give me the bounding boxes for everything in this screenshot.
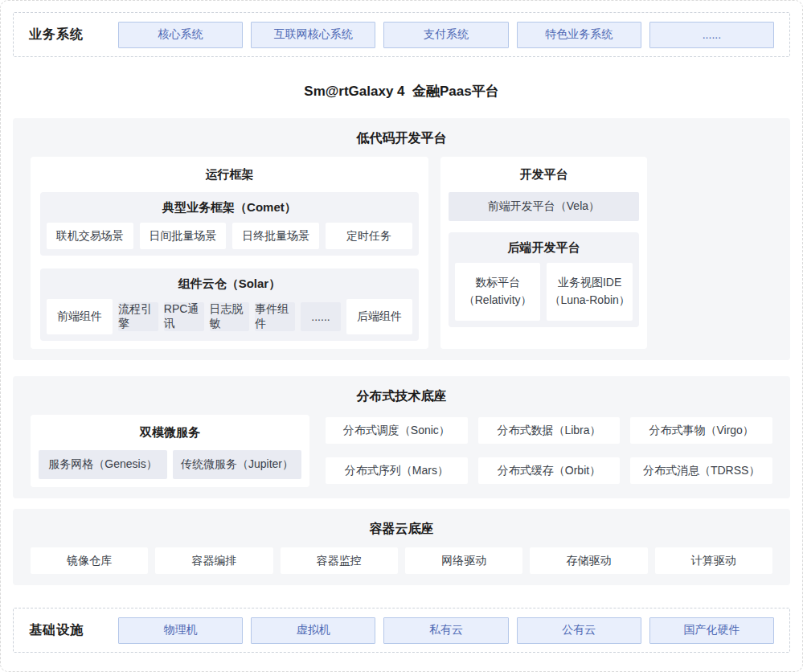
block-orbit-cache: 分布式缓存（Orbit） xyxy=(478,457,621,484)
block-log-masking: 日志脱敏 xyxy=(210,302,250,331)
block-virtual-machine: 虚拟机 xyxy=(251,617,375,644)
distributed-base-title: 分布式技术底座 xyxy=(31,376,772,415)
dev-platform-box: 开发平台 前端开发平台（Vela） 后端开发平台 数标平台 （Relativit… xyxy=(440,157,647,349)
block-container-monitoring: 容器监控 xyxy=(281,547,398,574)
block-genesis-service-mesh: 服务网格（Genesis） xyxy=(39,450,167,479)
block-more-components: ...... xyxy=(301,302,341,331)
comet-framework-box: 典型业务框架（Comet） 联机交易场景 日间批量场景 日终批量场景 定时任务 xyxy=(40,192,419,256)
infrastructure-row: 基础设施 物理机 虚拟机 私有云 公有云 国产化硬件 xyxy=(13,608,790,653)
block-compute-driver: 计算驱动 xyxy=(655,547,772,574)
relativity-line2: （Relativity） xyxy=(464,292,532,309)
block-container-orchestration: 容器编排 xyxy=(155,547,272,574)
solar-component-box: 组件云仓（Solar） 前端组件 流程引擎 RPC通讯 日志脱敏 事件组件 ..… xyxy=(40,268,419,341)
lowcode-platform-section: 低代码开发平台 运行框架 典型业务框架（Comet） 联机交易场景 日间批量场景… xyxy=(13,118,790,360)
block-vela-frontend-dev-platform: 前端开发平台（Vela） xyxy=(449,192,639,221)
block-rpc-communication: RPC通讯 xyxy=(164,302,204,331)
dual-mode-microservice-title: 双模微服务 xyxy=(39,415,301,450)
architecture-diagram: 业务系统 核心系统 互联网核心系统 支付系统 特色业务系统 ...... Sm@… xyxy=(0,0,803,672)
block-mars-sequence: 分布式序列（Mars） xyxy=(326,457,468,484)
backend-dev-platform-title: 后端开发平台 xyxy=(455,232,633,263)
block-domestic-hardware: 国产化硬件 xyxy=(649,617,774,644)
block-payment-system: 支付系统 xyxy=(383,22,508,48)
block-backend-components: 后端组件 xyxy=(346,299,412,334)
container-cloud-title: 容器云底座 xyxy=(31,509,772,547)
block-more-systems: ...... xyxy=(649,22,774,48)
relativity-line1: 数标平台 xyxy=(475,274,520,292)
block-network-driver: 网络驱动 xyxy=(405,547,522,574)
dual-mode-microservice-box: 双模微服务 服务网格（Genesis） 传统微服务（Jupiter） xyxy=(31,415,309,487)
container-cloud-section: 容器云底座 镜像仓库 容器编排 容器监控 网络驱动 存储驱动 计算驱动 xyxy=(13,509,790,585)
block-libra-data: 分布式数据（Libra） xyxy=(478,417,621,444)
block-daytime-batch: 日间批量场景 xyxy=(140,223,227,249)
solar-component-title: 组件云仓（Solar） xyxy=(47,268,412,299)
block-jupiter-traditional-microservice: 传统微服务（Jupiter） xyxy=(173,450,301,479)
block-event-components: 事件组件 xyxy=(255,302,295,331)
distributed-base-section: 分布式技术底座 双模微服务 服务网格（Genesis） 传统微服务（Jupite… xyxy=(13,376,790,498)
luna-robin-line2: （Luna-Robin） xyxy=(549,292,629,309)
block-storage-driver: 存储驱动 xyxy=(530,547,647,574)
business-systems-label: 业务系统 xyxy=(29,27,84,43)
lowcode-platform-title: 低代码开发平台 xyxy=(31,118,772,157)
comet-framework-title: 典型业务框架（Comet） xyxy=(47,192,412,223)
block-tdrss-messaging: 分布式消息（TDRSS） xyxy=(630,457,772,484)
dev-platform-title: 开发平台 xyxy=(449,157,639,192)
business-systems-row: 业务系统 核心系统 互联网核心系统 支付系统 特色业务系统 ...... xyxy=(13,12,790,57)
block-luna-robin-business-view-ide: 业务视图IDE （Luna-Robin） xyxy=(547,263,633,321)
block-sonic-scheduling: 分布式调度（Sonic） xyxy=(326,417,468,444)
block-internet-core-system: 互联网核心系统 xyxy=(251,22,375,48)
block-core-system: 核心系统 xyxy=(118,22,243,48)
runtime-framework-box: 运行框架 典型业务框架（Comet） 联机交易场景 日间批量场景 日终批量场景 … xyxy=(31,157,428,349)
block-endofday-batch: 日终批量场景 xyxy=(232,223,319,249)
infrastructure-label: 基础设施 xyxy=(29,622,84,639)
platform-title: Sm@rtGalaxy 4 金融Paas平台 xyxy=(13,82,790,100)
backend-dev-platform-box: 后端开发平台 数标平台 （Relativity） 业务视图IDE （Luna-R… xyxy=(449,232,639,327)
block-relativity-data-platform: 数标平台 （Relativity） xyxy=(455,263,541,321)
block-featured-business-system: 特色业务系统 xyxy=(517,22,641,48)
block-virgo-transaction: 分布式事物（Virgo） xyxy=(630,417,772,444)
runtime-framework-title: 运行框架 xyxy=(40,157,419,192)
block-private-cloud: 私有云 xyxy=(383,617,508,644)
block-image-registry: 镜像仓库 xyxy=(31,547,148,574)
block-online-transaction: 联机交易场景 xyxy=(47,223,133,249)
block-process-engine: 流程引擎 xyxy=(118,302,158,331)
block-public-cloud: 公有云 xyxy=(517,617,641,644)
block-scheduled-task: 定时任务 xyxy=(326,223,412,249)
luna-robin-line1: 业务视图IDE xyxy=(558,274,621,292)
block-physical-machine: 物理机 xyxy=(118,617,243,644)
block-frontend-components: 前端组件 xyxy=(47,299,113,334)
